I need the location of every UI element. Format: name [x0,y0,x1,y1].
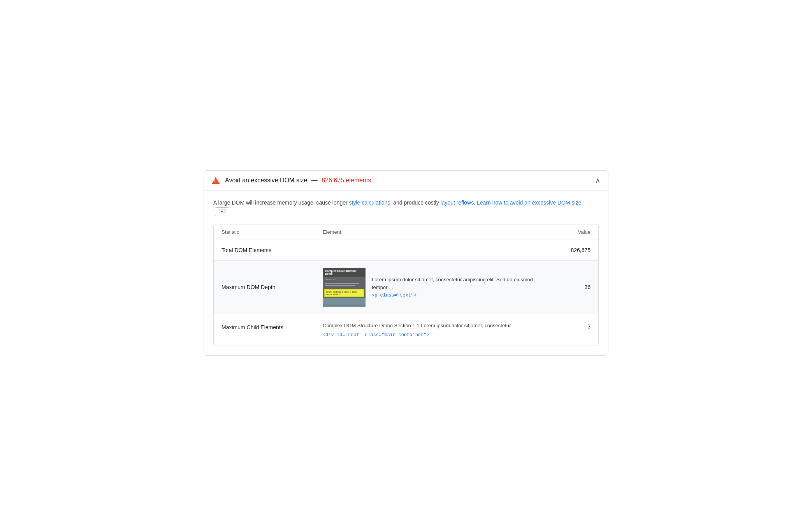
desc-part1: A large DOM will increase memory usage, … [213,199,349,206]
element-info-max-depth: Lorem ipsum dolor sit amet, consectetur … [372,276,544,298]
value-max-child: 3 [544,322,591,330]
stat-max-depth: Maximum DOM Depth [221,284,323,290]
preview-line-2 [325,285,355,286]
desc-part2: , and produce costly [390,199,440,206]
audit-body: A large DOM will increase memory usage, … [204,191,608,346]
element-code-max-depth: <p class="text"> [372,293,544,298]
tbt-badge: TBT [215,207,229,216]
preview-image-area [323,298,366,307]
col-header-element: Element [323,229,544,235]
col-header-value: Value [544,229,591,235]
desc-part4: . [581,199,583,206]
stat-total: Total DOM Elements [221,247,323,253]
desc-part3: . [474,199,477,206]
value-total: 826,675 [544,247,591,253]
stat-max-child: Maximum Child Elements [221,322,323,332]
collapse-button[interactable]: ∧ [595,176,600,185]
element-text-max-child: Complex DOM Structure Demo Section 1.1 L… [323,322,515,330]
preview-header-text: Complex DOM Structure Demo [323,268,366,277]
element-max-child: Complex DOM Structure Demo Section 1.1 L… [323,322,544,338]
col-header-statistic: Statistic [221,229,323,235]
preview-text-lines [323,282,366,288]
style-calculations-link[interactable]: style calculations [349,199,390,206]
warning-icon [212,177,220,184]
value-max-depth: 36 [544,284,591,290]
audit-count: 826,675 elements [322,177,371,184]
preview-line-1 [325,283,359,284]
learn-more-link[interactable]: Learn how to avoid an excessive DOM size [477,199,581,206]
element-code-max-child: <div id="root" class="main-container"> [323,332,429,338]
preview-section-text: Section 1.1 [323,277,366,282]
element-max-depth: Complex DOM Structure Demo Section 1.1 t… [323,268,544,307]
audit-title-text: Avoid an excessive DOM size [225,177,307,184]
audit-title-dash: — [311,177,318,184]
layout-reflows-link[interactable]: layout reflows [441,199,474,206]
table-row-total: Total DOM Elements 826,675 [214,240,598,261]
data-table: Statistic Element Value Total DOM Elemen… [213,224,599,346]
audit-description: A large DOM will increase memory usage, … [213,198,599,216]
element-preview-thumbnail: Complex DOM Structure Demo Section 1.1 t… [323,268,366,307]
audit-header: Avoid an excessive DOM size — 826,675 el… [204,171,608,191]
audit-card: Avoid an excessive DOM size — 826,675 el… [204,170,608,356]
table-header: Statistic Element Value [214,224,598,240]
table-row-max-depth: Maximum DOM Depth Complex DOM Structure … [214,261,598,314]
element-text-max-depth: Lorem ipsum dolor sit amet, consectetur … [372,276,544,291]
audit-title: Avoid an excessive DOM size — 826,675 el… [225,177,371,184]
preview-highlight-box: tempor incididunt ut labore et dolore ma… [324,289,364,297]
table-row-max-child: Maximum Child Elements Complex DOM Struc… [214,314,598,346]
audit-header-left: Avoid an excessive DOM size — 826,675 el… [212,177,371,184]
